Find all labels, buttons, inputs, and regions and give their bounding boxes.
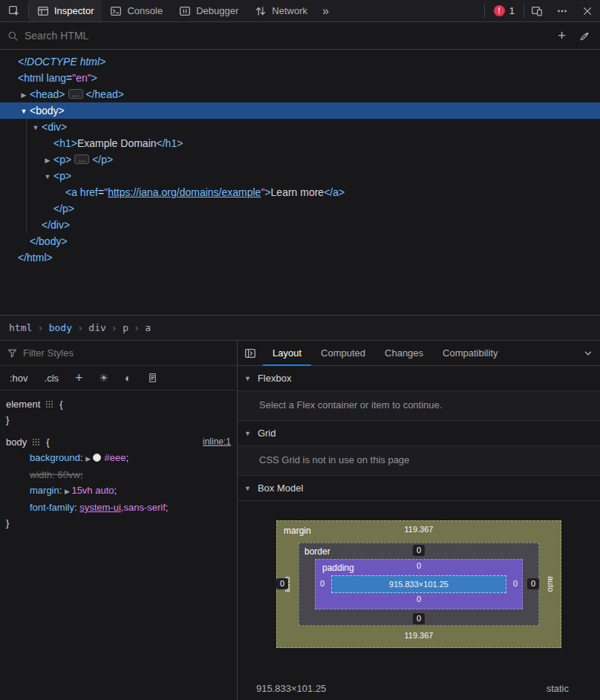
sidebar-tab-computed[interactable]: Computed	[311, 341, 375, 365]
more-tools-button[interactable]: »	[316, 0, 334, 22]
markup-line[interactable]: ▼<body>	[0, 102, 600, 119]
class-panel-button[interactable]: .cls	[45, 373, 59, 384]
markup-punct: =	[66, 72, 72, 84]
toolbar-spacer	[334, 0, 484, 22]
breadcrumb-item-body[interactable]: body	[48, 322, 74, 333]
tool-tab-network[interactable]: Network	[247, 0, 316, 22]
breadcrumb-item-p[interactable]: p	[121, 322, 130, 333]
rule-selector[interactable]: body	[6, 434, 27, 450]
content-dimensions[interactable]: 915.833×101.25	[389, 580, 449, 589]
markup-line[interactable]: <h1>Example Domain</h1>	[0, 135, 600, 151]
selector-highlighter-icon[interactable]	[45, 400, 53, 408]
markup-line[interactable]: ▼<p>	[0, 168, 600, 184]
border-top-value[interactable]: 0	[413, 545, 425, 556]
markup-tag: </a>	[324, 186, 345, 198]
markup-line[interactable]: ▼<div>	[0, 119, 600, 135]
markup-tag: >	[91, 72, 97, 84]
eyedropper-button[interactable]	[573, 30, 597, 42]
css-declaration-width[interactable]: width: 60vw;	[0, 467, 195, 483]
markup-value: "en"	[72, 72, 91, 84]
padding-top-value[interactable]: 0	[276, 561, 561, 570]
box-model-section-header[interactable]: ▼ Box Model	[238, 476, 600, 501]
rule-selector[interactable]: element	[6, 396, 40, 412]
collapsed-content-pill[interactable]: …	[74, 154, 89, 164]
css-declaration-background[interactable]: background: ▶ #eee;	[0, 450, 195, 467]
expand-value-icon[interactable]: ▶	[85, 455, 92, 462]
padding-left-value[interactable]: 0	[320, 579, 325, 588]
rule-open-brace: {	[59, 396, 62, 412]
breadcrumb-item-html[interactable]: html	[7, 322, 33, 333]
pseudo-class-panel-button[interactable]: :hov	[10, 373, 28, 384]
css-declaration-margin[interactable]: margin: ▶ 15vh auto;	[0, 483, 195, 500]
tool-tab-inspector[interactable]: Inspector	[29, 0, 102, 22]
markup-doctype: <!DOCTYPE html>	[18, 56, 105, 68]
collapse-arrow-icon[interactable]: ▼	[244, 485, 251, 492]
sidebar-tab-compatibility[interactable]: Compatibility	[433, 341, 507, 365]
indent-guide	[26, 119, 27, 233]
markup-line[interactable]: <a href="https://iana.org/domains/exampl…	[0, 184, 600, 200]
light-scheme-simulation-button[interactable]: ☀	[100, 372, 109, 384]
markup-line[interactable]: <!DOCTYPE html>	[0, 53, 600, 70]
collapse-arrow-icon[interactable]: ▼	[30, 120, 42, 136]
collapse-arrow-icon[interactable]: ▼	[42, 169, 53, 185]
markup-line[interactable]: <html lang="en">	[0, 70, 600, 86]
selector-highlighter-icon[interactable]	[32, 438, 40, 446]
markup-line[interactable]: </body>	[0, 233, 600, 249]
color-swatch[interactable]	[93, 454, 101, 462]
grid-section-header[interactable]: ▼ Grid	[238, 421, 600, 446]
tool-tab-console[interactable]: Console	[102, 0, 171, 22]
markup-line[interactable]: </p>	[0, 200, 600, 217]
devtools-menu-button[interactable]	[550, 0, 575, 22]
sidebar-tab-layout[interactable]: Layout	[263, 341, 311, 365]
all-tabs-menu-button[interactable]	[576, 341, 600, 365]
sidebar-toggle-button[interactable]	[238, 341, 263, 365]
error-count-button[interactable]: ! 1	[485, 0, 524, 22]
padding-right-value[interactable]: 0	[513, 579, 518, 588]
margin-right-value[interactable]: auto	[543, 520, 559, 648]
tool-tab-debugger[interactable]: Debugger	[171, 0, 247, 22]
border-left-value[interactable]: 0	[276, 578, 288, 589]
property-semicolon: ;	[114, 485, 117, 496]
css-declaration-font-family[interactable]: font-family: system-ui,sans-serif;	[0, 500, 195, 515]
margin-bottom-value[interactable]: 119.367	[276, 631, 561, 640]
property-value[interactable]: system-ui	[79, 502, 121, 513]
breadcrumb-item-a[interactable]: a	[143, 322, 152, 333]
flexbox-section-header[interactable]: ▼ Flexbox	[238, 366, 600, 391]
inspector-icon	[37, 5, 49, 17]
attribute-link[interactable]: https://iana.org/domains/example	[108, 186, 261, 198]
markup-line[interactable]: ▶<p>…</p>	[0, 151, 600, 168]
border-right-value[interactable]: 0	[527, 578, 539, 589]
markup-tag: </html>	[18, 252, 53, 264]
property-semicolon: ;	[80, 469, 83, 480]
collapse-arrow-icon[interactable]: ▼	[18, 103, 30, 120]
margin-top-value[interactable]: 119.367	[276, 525, 561, 534]
rule-source-link[interactable]: inline:1	[203, 434, 231, 450]
add-node-button[interactable]: +	[551, 27, 573, 44]
box-model-content-region[interactable]: 915.833×101.25	[331, 575, 506, 593]
dark-scheme-simulation-button[interactable]: ◐	[125, 372, 131, 384]
breadcrumb-separator-icon: ›	[79, 322, 82, 333]
print-simulation-button[interactable]	[148, 373, 157, 383]
close-devtools-button[interactable]	[575, 0, 600, 22]
expand-value-icon[interactable]: ▶	[65, 488, 71, 495]
sidebar-tabs: LayoutComputedChangesCompatibility	[238, 341, 600, 366]
collapse-arrow-icon[interactable]: ▼	[244, 375, 251, 382]
search-input[interactable]	[25, 22, 550, 49]
style-filter-input[interactable]	[23, 347, 229, 359]
add-rule-button[interactable]: +	[75, 370, 83, 386]
collapsed-content-pill[interactable]: …	[68, 89, 83, 99]
markup-attr: href	[77, 186, 98, 198]
expand-arrow-icon[interactable]: ▶	[18, 87, 30, 103]
expand-arrow-icon[interactable]: ▶	[42, 152, 53, 169]
collapse-arrow-icon[interactable]: ▼	[244, 430, 251, 437]
responsive-design-mode-button[interactable]	[524, 0, 550, 22]
border-bottom-value[interactable]: 0	[413, 613, 425, 624]
flexbox-empty-message: Select a Flex container or item to conti…	[238, 391, 600, 421]
breadcrumb-item-div[interactable]: div	[87, 322, 107, 333]
markup-line[interactable]: ▶<head>…</head>	[0, 86, 600, 102]
markup-line[interactable]: </html>	[0, 249, 600, 266]
sidebar-tab-changes[interactable]: Changes	[375, 341, 433, 365]
markup-line[interactable]: </div>	[0, 217, 600, 233]
pick-element-button[interactable]	[0, 0, 28, 22]
padding-bottom-value[interactable]: 0	[276, 595, 561, 603]
